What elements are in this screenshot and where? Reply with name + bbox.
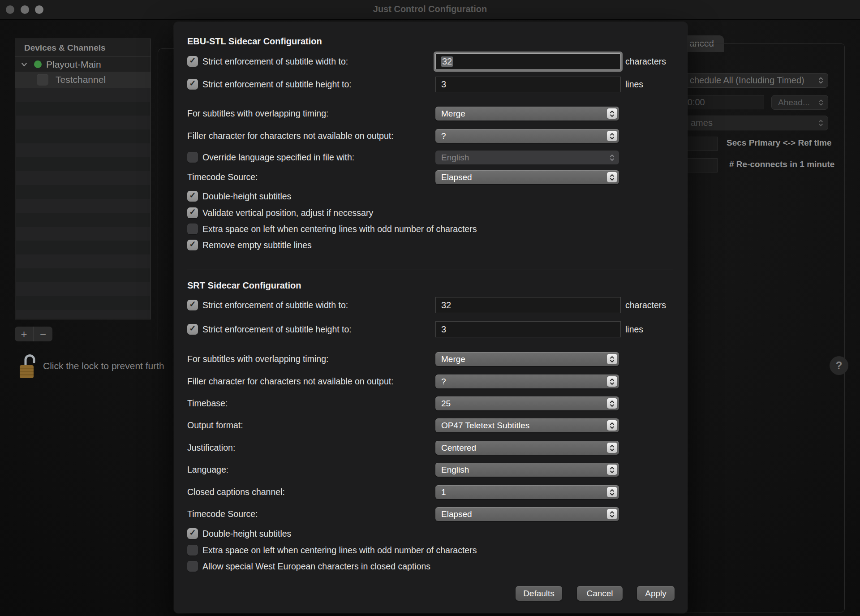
ebu-timecode-popup[interactable]: Elapsed xyxy=(435,170,619,184)
popup-stepper-icon xyxy=(818,99,824,106)
ebu-double-height-label: Double-height subtitles xyxy=(202,190,291,202)
srt-timecode-popup[interactable]: Elapsed xyxy=(435,507,619,521)
ebu-height-checkbox[interactable] xyxy=(187,79,198,90)
srt-justification-label: Justification: xyxy=(187,442,235,453)
unlocked-padlock-icon[interactable] xyxy=(19,353,37,379)
section-divider xyxy=(187,270,673,270)
srt-section-title: SRT Sidecar Configuration xyxy=(187,280,301,291)
ebu-override-language-label: Override language specified in file with… xyxy=(202,151,354,163)
schedule-popup[interactable]: chedule All (Including Timed) xyxy=(674,73,828,88)
schedule-popup-value: chedule All (Including Timed) xyxy=(690,75,804,86)
srt-filler-popup[interactable]: ? xyxy=(435,375,619,388)
ebu-height-value: 3 xyxy=(441,79,446,90)
reconnects-label: # Re-connects in 1 minute xyxy=(729,159,834,169)
channel-checkbox[interactable] xyxy=(37,74,48,86)
srt-width-suffix: characters xyxy=(625,299,666,311)
ebu-width-field[interactable]: 32 xyxy=(435,53,621,70)
srt-double-height-checkbox[interactable] xyxy=(187,528,198,539)
frames-popup[interactable]: ames xyxy=(674,116,828,130)
ebu-double-height-checkbox[interactable] xyxy=(187,191,198,202)
srt-cc-channel-label: Closed captions channel: xyxy=(187,486,285,498)
frames-popup-value: ames xyxy=(691,118,713,128)
srt-height-field[interactable]: 3 xyxy=(435,321,621,337)
disclosure-chevron-icon[interactable] xyxy=(21,62,28,67)
srt-west-european-checkbox[interactable] xyxy=(187,561,198,572)
popup-stepper-icon xyxy=(607,487,617,497)
question-mark-icon: ? xyxy=(836,359,843,372)
popup-stepper-icon xyxy=(607,172,617,182)
ahead-popup-value: Ahead... xyxy=(778,98,810,108)
ebu-overlap-popup[interactable]: Merge xyxy=(435,107,619,121)
srt-language-value: English xyxy=(441,465,469,475)
popup-stepper-icon xyxy=(607,131,617,141)
srt-output-format-popup[interactable]: OP47 Teletext Subtitles xyxy=(435,418,619,432)
srt-height-suffix: lines xyxy=(625,323,643,335)
popup-stepper-icon xyxy=(607,443,617,453)
ebu-remove-empty-checkbox[interactable] xyxy=(187,240,198,250)
ebu-section-title: EBU-STL Sidecar Configuration xyxy=(187,36,322,47)
ahead-popup[interactable]: Ahead... xyxy=(771,95,828,110)
help-button[interactable]: ? xyxy=(830,356,848,375)
srt-justification-popup[interactable]: Centered xyxy=(435,441,619,455)
srt-timecode-value: Elapsed xyxy=(441,509,472,519)
srt-cc-channel-value: 1 xyxy=(441,487,446,497)
popup-stepper-icon xyxy=(607,152,617,163)
add-remove-control: + − xyxy=(15,327,52,341)
ebu-overlap-label: For subtitles with overlapping timing: xyxy=(187,108,328,119)
popup-stepper-icon xyxy=(818,119,824,127)
ebu-timecode-label: Timecode Source: xyxy=(187,171,258,183)
srt-filler-value: ? xyxy=(441,377,446,387)
ebu-validate-vertical-label: Validate vertical position, adjust if ne… xyxy=(202,207,373,219)
srt-height-checkbox[interactable] xyxy=(187,324,198,335)
ebu-override-language-checkbox[interactable] xyxy=(187,152,198,163)
remove-button[interactable]: − xyxy=(34,327,52,341)
add-button[interactable]: + xyxy=(15,327,34,341)
srt-timebase-value: 25 xyxy=(441,399,451,409)
ebu-timecode-value: Elapsed xyxy=(441,172,472,182)
srt-output-format-label: Output format: xyxy=(187,419,243,431)
srt-timecode-label: Timecode Source: xyxy=(187,508,258,520)
ebu-filler-popup[interactable]: ? xyxy=(435,129,619,143)
srt-language-popup[interactable]: English xyxy=(435,463,619,477)
sidebar-item-testchannel[interactable]: Testchannel xyxy=(15,72,150,88)
window-title: Just Control Configuration xyxy=(0,4,860,14)
device-label: Playout-Main xyxy=(46,59,101,70)
defaults-button[interactable]: Defaults xyxy=(516,586,562,601)
popup-stepper-icon xyxy=(607,376,617,387)
apply-button[interactable]: Apply xyxy=(637,586,675,601)
srt-double-height-label: Double-height subtitles xyxy=(202,528,291,539)
ebu-width-checkbox[interactable] xyxy=(187,56,198,67)
srt-width-field[interactable]: 32 xyxy=(435,297,621,313)
ebu-width-label: Strict enforcement of subtitle width to: xyxy=(202,56,348,67)
status-online-icon xyxy=(34,60,42,68)
srt-height-value: 3 xyxy=(441,324,446,335)
cancel-button[interactable]: Cancel xyxy=(577,586,623,601)
ebu-height-label: Strict enforcement of subtitle height to… xyxy=(202,78,352,90)
srt-width-checkbox[interactable] xyxy=(187,300,198,310)
srt-width-label: Strict enforcement of subtitle width to: xyxy=(202,299,348,311)
srt-filler-label: Filler character for characters not avai… xyxy=(187,375,394,387)
popup-stepper-icon xyxy=(607,420,617,431)
srt-overlap-value: Merge xyxy=(441,354,465,364)
srt-west-european-label: Allow special West European characters i… xyxy=(202,560,430,572)
srt-cc-channel-popup[interactable]: 1 xyxy=(435,485,619,499)
channel-label: Testchannel xyxy=(56,74,106,85)
ebu-height-suffix: lines xyxy=(625,78,643,90)
sidebar-item-playout-main[interactable]: Playout-Main xyxy=(15,57,150,72)
lock-hint-text: Click the lock to prevent furth xyxy=(43,361,164,371)
popup-stepper-icon xyxy=(607,108,617,119)
ebu-filler-label: Filler character for characters not avai… xyxy=(187,130,394,142)
ebu-extra-space-checkbox[interactable] xyxy=(187,224,198,234)
popup-stepper-icon xyxy=(607,398,617,409)
ebu-validate-vertical-checkbox[interactable] xyxy=(187,207,198,218)
ebu-override-language-value: English xyxy=(441,153,469,163)
srt-timebase-popup[interactable]: 25 xyxy=(435,396,619,410)
title-bar: Just Control Configuration xyxy=(0,0,860,20)
ebu-height-field[interactable]: 3 xyxy=(435,77,621,92)
ebu-width-suffix: characters xyxy=(625,56,666,67)
devices-channels-sidebar: Devices & Channels Playout-Main Testchan… xyxy=(15,39,151,319)
srt-overlap-popup[interactable]: Merge xyxy=(435,352,619,366)
srt-extra-space-checkbox[interactable] xyxy=(187,545,198,556)
sidecar-configuration-sheet: EBU-STL Sidecar Configuration Strict enf… xyxy=(174,22,688,613)
srt-width-value: 32 xyxy=(441,300,451,310)
